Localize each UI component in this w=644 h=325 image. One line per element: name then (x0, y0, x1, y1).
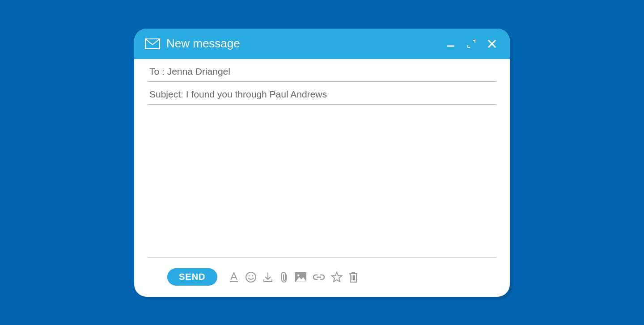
send-button[interactable]: SEND (167, 268, 217, 286)
close-button[interactable] (487, 39, 496, 48)
compose-window: New message SEND (134, 29, 510, 297)
svg-point-6 (246, 272, 256, 282)
expand-button[interactable] (467, 39, 476, 48)
minimize-button[interactable] (446, 39, 455, 48)
svg-point-8 (252, 275, 253, 276)
emoji-icon[interactable] (245, 271, 257, 283)
text-format-icon[interactable] (228, 271, 240, 283)
title-bar: New message (134, 29, 510, 59)
download-icon[interactable] (262, 271, 274, 283)
attach-icon[interactable] (279, 271, 289, 283)
star-icon[interactable] (331, 271, 343, 283)
svg-point-7 (248, 275, 249, 276)
link-icon[interactable] (312, 273, 326, 281)
image-icon[interactable] (294, 272, 307, 283)
mail-icon (145, 38, 160, 49)
message-body[interactable] (148, 105, 496, 257)
window-title: New message (166, 37, 240, 51)
svg-point-11 (297, 274, 299, 276)
trash-icon[interactable] (348, 271, 359, 283)
compose-toolbar: SEND (148, 257, 496, 297)
subject-field[interactable] (148, 82, 496, 105)
to-field[interactable] (148, 59, 496, 82)
